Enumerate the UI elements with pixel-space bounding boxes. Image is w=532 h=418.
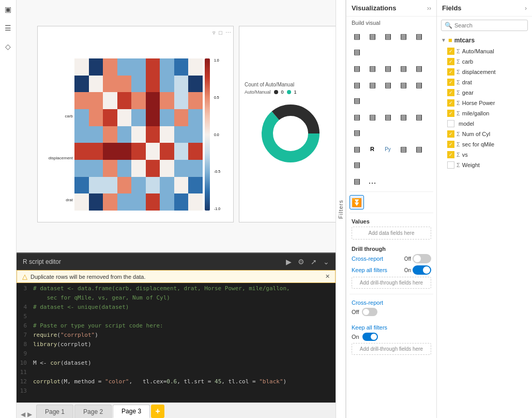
viz-slicer[interactable]: ▤ [412, 110, 426, 124]
field-name-label: Weight [462, 162, 480, 168]
field-item[interactable]: ✓ΣNum of Cyl [437, 129, 532, 139]
settings-icon[interactable]: ⚙ [298, 258, 305, 266]
heatmap-cell [117, 160, 132, 177]
viz-panel-collapse[interactable]: ›› [427, 5, 431, 12]
prev-page-arrow[interactable]: ◀ [21, 411, 25, 418]
heatmap-cell [174, 177, 189, 194]
viz-scatter[interactable]: ▤ [349, 78, 364, 92]
search-box[interactable]: 🔍 [441, 20, 528, 31]
viz-divider-3 [349, 294, 433, 294]
search-input[interactable] [454, 22, 526, 28]
viz-line-area[interactable]: ▤ [381, 61, 395, 76]
viz-ribbon[interactable]: ▤ [396, 61, 411, 76]
heatmap-cell [103, 193, 117, 211]
cross-report-row: Cross-report Off [352, 254, 431, 263]
viz-line[interactable]: ▤ [349, 61, 364, 76]
viz-panel-title: Visualizations [352, 4, 396, 12]
collapse-icon[interactable]: ⌄ [323, 258, 329, 266]
viz-100-col[interactable]: ▤ [349, 44, 364, 59]
keep-row: On [352, 333, 431, 341]
field-name-label: Auto/Manual [462, 48, 494, 54]
field-item[interactable]: ✓ΣAuto/Manual [437, 46, 532, 56]
field-group-header[interactable]: ▼ ■ mtcars [437, 34, 532, 46]
keep-toggle-sub[interactable] [362, 333, 378, 341]
cross-report-state: Off [404, 256, 411, 262]
code-line-6: 6 # Paste or type your script code here: [17, 322, 336, 332]
tab-page2[interactable]: Page 2 [74, 405, 112, 418]
report-icon[interactable]: ▣ [3, 4, 13, 14]
viz-stacked-col[interactable]: ▤ [396, 29, 411, 43]
field-item[interactable]: ΣWeight [437, 160, 532, 170]
cross-toggle-sub[interactable] [362, 308, 377, 316]
donut-visual[interactable]: Count of Auto/Manual Auto/Manual 0 1 [239, 26, 336, 222]
field-item[interactable]: ✓Σsec for qMile [437, 139, 532, 150]
focus-icon[interactable]: □ [219, 29, 222, 36]
viz-kpi[interactable]: ▤ [396, 110, 411, 124]
viz-funnel[interactable]: ▤ [349, 110, 364, 124]
popout-icon[interactable]: ➚ [311, 258, 317, 266]
viz-gauge[interactable]: ▤ [365, 110, 379, 124]
field-item[interactable]: ✓Σcarb [437, 56, 532, 67]
tab-page1[interactable]: Page 1 [36, 405, 73, 418]
legend-dot-0 [274, 90, 278, 94]
viz-100-bar[interactable]: ▤ [381, 29, 395, 43]
heatmap-cell [74, 109, 89, 126]
field-item[interactable]: ✓Σgear [437, 87, 532, 98]
field-sigma-icon: Σ [457, 152, 460, 158]
heatmap-cell [160, 143, 174, 160]
viz-r-visual[interactable]: R [365, 142, 379, 156]
report-canvas: ▿ □ ⋯ carbdi [17, 0, 336, 252]
warning-close[interactable]: ✕ [325, 273, 330, 280]
next-page-arrow[interactable]: ▶ [27, 411, 32, 418]
build-visual-label: Build visual [346, 17, 436, 28]
r-code-area[interactable]: 3 # dataset <- data.frame(carb, displace… [17, 283, 336, 402]
viz-more[interactable]: … [365, 174, 379, 188]
heatmap-cell [103, 160, 117, 177]
on-text: On [352, 334, 359, 340]
viz-qna[interactable]: ▤ [349, 157, 364, 172]
heatmap-visual[interactable]: ▿ □ ⋯ carbdi [37, 26, 234, 222]
viz-decomp[interactable]: ▤ [396, 142, 411, 156]
add-values-box[interactable]: Add data fields here [352, 227, 431, 240]
viz-pie[interactable]: ▤ [365, 78, 379, 92]
viz-stacked-bar[interactable]: ▤ [349, 29, 364, 43]
viz-table[interactable]: ▤ [349, 125, 364, 140]
field-item[interactable]: ✓Σmile/gallon [437, 108, 532, 118]
viz-filled-map[interactable]: ▤ [349, 93, 364, 108]
add-page-button[interactable]: + [151, 405, 164, 418]
viz-card[interactable]: ▤ [381, 110, 395, 124]
data-icon[interactable]: ☰ [3, 23, 13, 33]
heatmap-cell [188, 58, 203, 76]
viz-trend[interactable]: ⏬ [349, 195, 364, 210]
tab-page3[interactable]: Page 3 [113, 405, 150, 418]
viz-py-visual[interactable]: Py [381, 142, 395, 156]
viz-area[interactable]: ▤ [365, 61, 379, 76]
viz-icons-row-1: ▤ ▤ ▤ ▤ ▤ ▤ [346, 28, 436, 60]
field-item[interactable]: ✓Σdisplacement [437, 67, 532, 77]
viz-map[interactable]: ▤ [412, 78, 426, 92]
field-item[interactable]: ✓Σvs [437, 150, 532, 160]
viz-donut[interactable]: ▤ [381, 78, 395, 92]
viz-matrix[interactable]: ▤ [349, 142, 364, 156]
field-name-label: gear [462, 89, 474, 96]
filter-icon[interactable]: ▿ [212, 29, 216, 36]
add-drill-box-2[interactable]: Add drill-through fields here [352, 343, 431, 355]
filters-panel[interactable]: Filters [336, 0, 346, 418]
field-item[interactable]: ✓ΣHorse Power [437, 98, 532, 108]
viz-clustered-bar[interactable]: ▤ [365, 29, 379, 43]
viz-ai-visual[interactable]: ▤ [412, 142, 426, 156]
run-icon[interactable]: ▶ [286, 258, 292, 266]
viz-treemap[interactable]: ▤ [396, 78, 411, 92]
field-item[interactable]: ✓Σdrat [437, 77, 532, 87]
heatmap-cell [74, 143, 89, 160]
viz-custom[interactable]: ▤ [349, 174, 364, 188]
viz-waterfall[interactable]: ▤ [412, 61, 426, 76]
more-icon[interactable]: ⋯ [225, 29, 231, 36]
field-item[interactable]: model [437, 118, 532, 129]
keep-filters-toggle[interactable] [413, 265, 431, 275]
cross-report-toggle[interactable] [413, 254, 431, 263]
fields-expand[interactable]: › [525, 5, 527, 12]
viz-clustered-col[interactable]: ▤ [412, 29, 426, 43]
add-drill-box[interactable]: Add drill-through fields here [352, 277, 431, 289]
model-icon[interactable]: ◇ [3, 41, 13, 52]
